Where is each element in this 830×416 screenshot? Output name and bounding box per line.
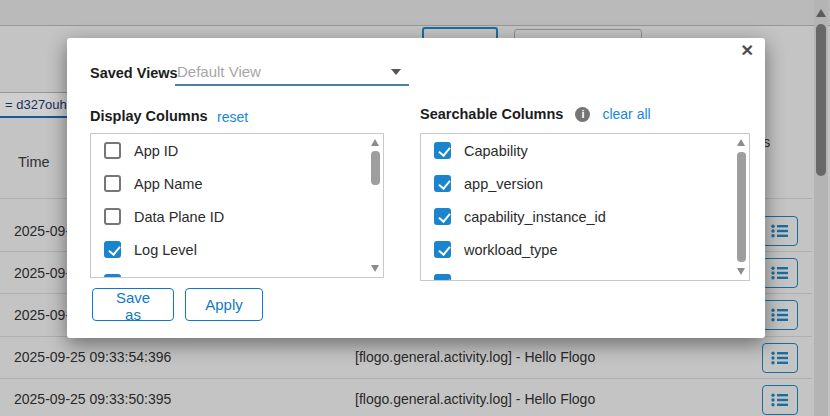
list-item-label: app_version xyxy=(464,176,543,192)
list-item: workload_type xyxy=(421,233,749,266)
list-item: Log Level xyxy=(91,233,383,266)
scroll-down-arrow-icon[interactable] xyxy=(371,265,379,272)
list-item-label: App Name xyxy=(134,176,203,192)
chevron-down-icon xyxy=(391,69,401,75)
list-item: capability_instance_id xyxy=(421,200,749,233)
display-columns-title: Display Columns xyxy=(90,108,208,124)
checkbox[interactable] xyxy=(104,175,121,192)
checkbox[interactable] xyxy=(434,241,451,258)
list-scrollbar[interactable] xyxy=(735,136,748,278)
list-item-label: workload_type xyxy=(464,242,558,258)
save-as-button[interactable]: Save as xyxy=(92,288,174,321)
checkbox[interactable] xyxy=(104,142,121,159)
checkbox[interactable] xyxy=(434,175,451,192)
list-item xyxy=(421,266,749,281)
saved-views-value: Default View xyxy=(177,63,261,80)
checkbox[interactable] xyxy=(104,208,121,225)
list-scrollbar-thumb[interactable] xyxy=(737,152,746,262)
checkbox[interactable] xyxy=(434,142,451,159)
scroll-up-arrow-icon[interactable] xyxy=(737,139,745,146)
searchable-columns-title: Searchable Columns xyxy=(420,106,563,122)
info-icon[interactable]: i xyxy=(575,107,590,122)
list-item: Capability xyxy=(421,134,749,167)
list-item: App Name xyxy=(91,167,383,200)
reset-link[interactable]: reset xyxy=(217,109,248,125)
list-item: Data Plane ID xyxy=(91,200,383,233)
checkbox[interactable] xyxy=(104,241,121,258)
scroll-down-arrow-icon[interactable] xyxy=(737,268,745,275)
apply-button[interactable]: Apply xyxy=(185,288,263,321)
list-scrollbar-thumb[interactable] xyxy=(371,151,380,185)
searchable-columns-header: Searchable Columns i clear all xyxy=(420,106,651,122)
list-item: App ID xyxy=(91,134,383,167)
list-item xyxy=(91,266,383,278)
saved-views-label: Saved Views xyxy=(90,65,178,81)
column-settings-dialog: ✕ Saved Views Default View Display Colum… xyxy=(67,38,765,338)
list-item-label: capability_instance_id xyxy=(464,209,606,225)
display-columns-list: App ID App Name Data Plane ID Log Level xyxy=(90,133,384,278)
scroll-up-arrow-icon[interactable] xyxy=(371,139,379,146)
checkbox[interactable] xyxy=(434,208,451,225)
list-item-label: App ID xyxy=(134,143,178,159)
screen: = d327ouhu Time es ⚙ 2025-09-2 2025-09-2… xyxy=(0,0,830,416)
list-item-label: Data Plane ID xyxy=(134,209,224,225)
checkbox[interactable] xyxy=(104,274,121,278)
searchable-columns-list: Capability app_version capability_instan… xyxy=(420,133,750,281)
list-item: app_version xyxy=(421,167,749,200)
clear-all-link[interactable]: clear all xyxy=(602,106,650,122)
list-scrollbar[interactable] xyxy=(369,136,382,275)
checkbox[interactable] xyxy=(434,274,451,281)
list-item-label: Capability xyxy=(464,143,528,159)
saved-views-dropdown[interactable]: Default View xyxy=(175,58,409,86)
list-item-label: Log Level xyxy=(134,242,197,258)
close-icon[interactable]: ✕ xyxy=(741,41,754,60)
